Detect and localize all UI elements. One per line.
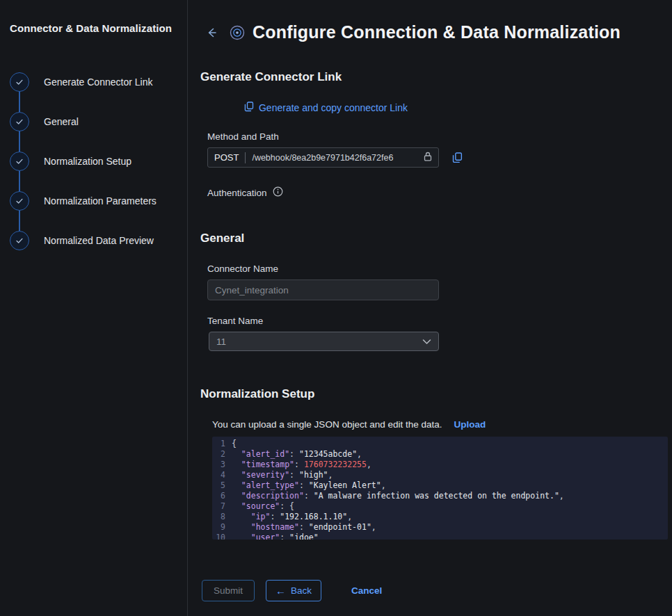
check-icon bbox=[10, 152, 29, 171]
check-icon bbox=[10, 112, 29, 131]
sidebar-title: Connector & Data Normalization bbox=[10, 22, 177, 34]
step-label: Normalization Parameters bbox=[44, 195, 157, 206]
stepper-step[interactable]: Generate Connector Link bbox=[10, 62, 177, 102]
line-number: 9 bbox=[212, 522, 232, 533]
line-number: 7 bbox=[212, 501, 232, 512]
generate-copy-link-label: Generate and copy connector Link bbox=[259, 102, 408, 113]
generate-copy-connector-link[interactable]: Generate and copy connector Link bbox=[244, 102, 408, 114]
stepper-step[interactable]: Normalized Data Preview bbox=[10, 220, 177, 260]
code-line: 5 "alert_type": "Kayleen Alert", bbox=[212, 480, 668, 491]
cancel-button[interactable]: Cancel bbox=[340, 581, 393, 601]
upload-link[interactable]: Upload bbox=[454, 419, 486, 430]
step-label: Normalized Data Preview bbox=[44, 235, 154, 246]
authentication-label: Authentication bbox=[207, 188, 267, 198]
tenant-name-value: 11 bbox=[216, 337, 422, 347]
section-general: General Connector Name Tenant Name 11 bbox=[200, 232, 672, 351]
upload-row: You can upload a single JSON object and … bbox=[212, 419, 672, 430]
code-line: 10 "user": "jdoe" bbox=[212, 533, 668, 540]
check-icon bbox=[10, 72, 29, 92]
app-window: Connector & Data Normalization Generate … bbox=[0, 0, 672, 616]
connector-name-label: Connector Name bbox=[207, 264, 672, 274]
normalization-section-heading: Normalization Setup bbox=[200, 387, 672, 401]
line-number: 3 bbox=[212, 460, 232, 470]
http-method-value: POST bbox=[214, 152, 239, 163]
method-path-row: POST /webhook/8ea2b9e7971b42f6a72fe6 bbox=[207, 147, 672, 168]
tenant-name-label: Tenant Name bbox=[207, 316, 672, 326]
page-header: Configure Connection & Data Normalizatio… bbox=[200, 22, 672, 42]
json-editor[interactable]: 1{2 "alert_id": "12345abcde",3 "timestam… bbox=[212, 437, 668, 540]
generate-link-row: Generate and copy connector Link bbox=[206, 102, 446, 115]
method-path-input[interactable]: POST /webhook/8ea2b9e7971b42f6a72fe6 bbox=[207, 147, 439, 168]
code-line: 2 "alert_id": "12345abcde", bbox=[212, 449, 668, 460]
upload-hint-text: You can upload a single JSON object and … bbox=[212, 419, 442, 430]
copy-path-icon[interactable] bbox=[451, 151, 464, 165]
stepper: Generate Connector LinkGeneralNormalizat… bbox=[10, 62, 177, 260]
code-line: 1{ bbox=[212, 439, 668, 449]
main-content: Configure Connection & Data Normalizatio… bbox=[188, 0, 672, 616]
tenant-name-select[interactable]: 11 bbox=[209, 332, 439, 351]
method-path-label: Method and Path bbox=[207, 131, 672, 142]
check-icon bbox=[10, 191, 29, 211]
line-number: 4 bbox=[212, 470, 232, 480]
line-number: 10 bbox=[212, 533, 232, 540]
general-section-heading: General bbox=[200, 232, 672, 245]
connector-logo-icon bbox=[230, 25, 245, 40]
json-editor-code: 1{2 "alert_id": "12345abcde",3 "timestam… bbox=[212, 439, 668, 540]
info-icon[interactable] bbox=[273, 186, 283, 200]
stepper-step[interactable]: General bbox=[10, 102, 177, 141]
input-divider bbox=[245, 152, 246, 163]
code-line: 3 "timestamp": 1760732232255, bbox=[212, 460, 668, 470]
check-icon bbox=[10, 231, 29, 250]
webhook-path-value: /webhook/8ea2b9e7971b42f6a72fe6 bbox=[252, 153, 424, 163]
copy-icon bbox=[244, 102, 254, 114]
lock-icon bbox=[424, 152, 432, 164]
back-button[interactable]: ← Back bbox=[266, 580, 321, 601]
generate-section-heading: Generate Connector Link bbox=[200, 70, 672, 84]
submit-button[interactable]: Submit bbox=[202, 580, 255, 601]
stepper-step[interactable]: Normalization Parameters bbox=[10, 181, 177, 220]
back-button-arrow-icon: ← bbox=[275, 585, 286, 596]
authentication-row: Authentication bbox=[207, 186, 672, 200]
back-button-label: Back bbox=[291, 585, 312, 596]
line-number: 6 bbox=[212, 491, 232, 501]
code-line: 6 "description": "A malware infection wa… bbox=[212, 491, 668, 501]
sidebar: Connector & Data Normalization Generate … bbox=[0, 0, 188, 616]
code-line: 4 "severity": "high", bbox=[212, 470, 668, 480]
code-line: 9 "hostname": "endpoint-01", bbox=[212, 522, 668, 533]
connector-name-input[interactable] bbox=[207, 279, 439, 300]
code-line: 7 "source": { bbox=[212, 501, 668, 512]
line-number: 5 bbox=[212, 480, 232, 491]
step-label: Normalization Setup bbox=[44, 156, 131, 167]
line-number: 8 bbox=[212, 512, 232, 522]
line-number: 2 bbox=[212, 449, 232, 460]
chevron-down-icon bbox=[422, 335, 431, 348]
line-number: 1 bbox=[212, 439, 232, 449]
step-label: General bbox=[44, 116, 79, 127]
page-title: Configure Connection & Data Normalizatio… bbox=[253, 22, 621, 42]
section-generate-connector-link: Generate Connector Link Generate and cop… bbox=[200, 70, 672, 200]
stepper-step[interactable]: Normalization Setup bbox=[10, 141, 177, 181]
code-line: 8 "ip": "192.168.1.10", bbox=[212, 512, 668, 522]
back-arrow-icon[interactable] bbox=[200, 24, 223, 41]
footer-actions: Submit ← Back Cancel bbox=[202, 580, 672, 601]
section-normalization-setup: Normalization Setup You can upload a sin… bbox=[200, 387, 672, 540]
step-label: Generate Connector Link bbox=[44, 76, 152, 88]
